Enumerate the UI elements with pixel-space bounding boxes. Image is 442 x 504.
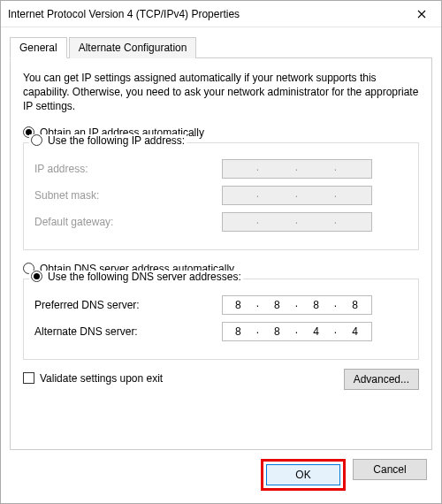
- titlebar: Internet Protocol Version 4 (TCP/IPv4) P…: [1, 1, 441, 27]
- dns-manual-label: Use the following DNS server addresses:: [48, 271, 241, 283]
- tab-general[interactable]: General: [10, 37, 67, 58]
- preferred-dns-input[interactable]: 8. 8. 8. 8: [222, 295, 372, 315]
- radio-icon: [31, 271, 42, 282]
- radio-icon: [31, 134, 42, 146]
- advanced-button[interactable]: Advanced...: [344, 369, 419, 390]
- subnet-row: Subnet mask: ...: [34, 186, 408, 205]
- close-button[interactable]: [401, 1, 441, 27]
- ip-manual-label: Use the following IP address:: [48, 134, 185, 147]
- dialog-window: Internet Protocol Version 4 (TCP/IPv4) P…: [0, 0, 442, 504]
- cancel-button[interactable]: Cancel: [353, 459, 427, 480]
- ip-address-label: IP address:: [34, 163, 222, 175]
- tab-strip: General Alternate Configuration: [10, 36, 432, 58]
- close-icon: [417, 10, 426, 19]
- ok-highlight: OK: [261, 459, 346, 491]
- alternate-dns-label: Alternate DNS server:: [34, 325, 222, 338]
- dialog-footer: OK Cancel: [1, 459, 441, 503]
- ip-address-row: IP address: ...: [34, 159, 408, 179]
- gateway-row: Default gateway: ...: [34, 212, 408, 232]
- ip-manual-option[interactable]: Use the following IP address:: [29, 134, 187, 147]
- general-panel: You can get IP settings assigned automat…: [10, 58, 432, 450]
- alternate-dns-row: Alternate DNS server: 8. 8. 4. 4: [34, 322, 408, 341]
- ok-button[interactable]: OK: [266, 464, 340, 485]
- tab-alternate-config[interactable]: Alternate Configuration: [69, 37, 197, 58]
- checkbox-icon: [23, 372, 34, 384]
- preferred-dns-row: Preferred DNS server: 8. 8. 8. 8: [34, 295, 408, 315]
- window-title: Internet Protocol Version 4 (TCP/IPv4) P…: [8, 8, 401, 20]
- gateway-input: ...: [222, 212, 372, 232]
- alternate-dns-input[interactable]: 8. 8. 4. 4: [222, 322, 372, 341]
- dns-manual-group: Use the following DNS server addresses: …: [23, 279, 419, 360]
- ip-manual-group: Use the following IP address: IP address…: [23, 142, 419, 250]
- subnet-input: ...: [222, 186, 372, 205]
- subnet-label: Subnet mask:: [34, 189, 222, 202]
- preferred-dns-label: Preferred DNS server:: [34, 299, 222, 311]
- gateway-label: Default gateway:: [34, 216, 222, 228]
- ip-address-input: ...: [222, 159, 372, 179]
- intro-text: You can get IP settings assigned automat…: [23, 71, 419, 114]
- validate-label: Validate settings upon exit: [40, 372, 163, 385]
- dns-manual-option[interactable]: Use the following DNS server addresses:: [29, 271, 243, 283]
